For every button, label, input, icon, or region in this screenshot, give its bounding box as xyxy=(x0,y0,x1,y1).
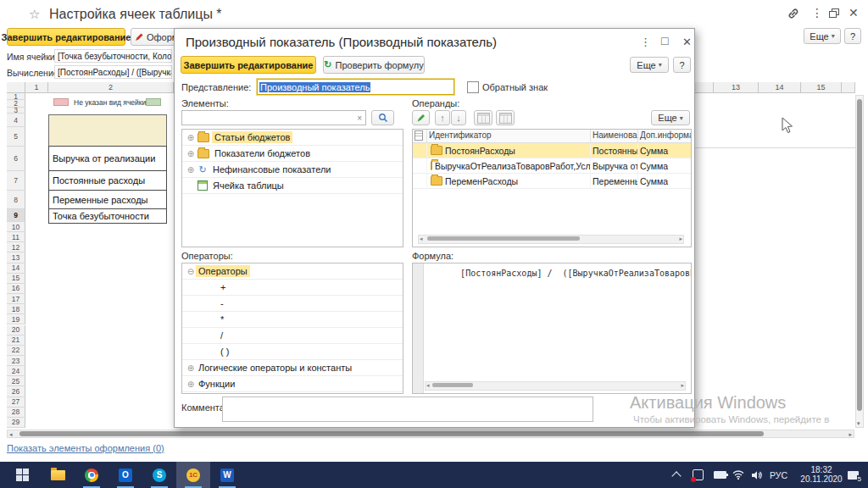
window-restore-icon[interactable] xyxy=(829,8,840,21)
vertical-scrollbar[interactable]: ▾ xyxy=(855,95,864,428)
row-header-5[interactable]: 5 xyxy=(7,127,25,147)
row-header-8[interactable]: 8 xyxy=(7,191,25,209)
inverse-sign-checkbox[interactable] xyxy=(467,81,479,93)
column-header-2[interactable]: 2 xyxy=(48,82,174,93)
tray-expand[interactable] xyxy=(673,462,680,488)
favorite-star-icon[interactable]: ☆ xyxy=(29,7,40,22)
horizontal-scrollbar[interactable]: ◂ ▸ xyxy=(7,430,854,438)
search-button[interactable] xyxy=(371,110,394,125)
grid-cell-row-8[interactable]: Переменные расходы xyxy=(48,190,167,209)
operator-item[interactable]: + xyxy=(182,280,403,296)
operator-item[interactable]: / xyxy=(182,328,403,344)
formula-panel[interactable]: [ПостоянРасходы] / ([ВыручкаОтРеализаТов… xyxy=(412,263,692,394)
operator-item[interactable]: * xyxy=(182,312,403,328)
row-header-26[interactable]: 26 xyxy=(7,386,25,396)
row-header-27[interactable]: 27 xyxy=(7,397,25,408)
vertical-scrollbar-thumb[interactable] xyxy=(857,99,862,411)
link-icon[interactable] xyxy=(787,7,800,23)
grid-cell-row-6[interactable]: Выручка от реализации xyxy=(48,146,167,171)
move-up-button[interactable]: ↑ xyxy=(435,110,450,125)
dialog-finish-editing-button[interactable]: Завершить редактирование xyxy=(181,56,316,74)
taskbar-start[interactable] xyxy=(5,462,39,488)
row-header-16[interactable]: 16 xyxy=(7,284,25,294)
presentation-input[interactable]: Производный показатель xyxy=(257,79,454,95)
operands-more-button[interactable]: Еще▾ xyxy=(651,110,690,125)
operands-h-scrollbar[interactable]: ◂ ▸ xyxy=(418,235,684,244)
taskbar-outlook[interactable]: O xyxy=(108,462,142,488)
operand-row[interactable]: ПеременРасходы Переменны... Сумма xyxy=(413,174,691,189)
elements-search-input[interactable]: × xyxy=(181,110,366,125)
language-indicator[interactable]: РУС xyxy=(770,462,787,488)
window-close-icon[interactable]: ✕ xyxy=(849,6,859,19)
column-header-partial[interactable] xyxy=(842,82,855,93)
calculation-field[interactable]: [ПостоянРасходы] / ([ВыручкаОтР xyxy=(54,65,172,79)
row-header-6[interactable]: 6 xyxy=(7,147,25,171)
speaker-icon[interactable] xyxy=(751,462,763,488)
column-header-1[interactable]: 1 xyxy=(25,82,48,93)
expand-icon[interactable]: ⊕ xyxy=(186,165,196,175)
dialog-maximize-icon[interactable]: □ xyxy=(661,34,668,47)
row-header-24[interactable]: 24 xyxy=(7,366,25,376)
move-down-button[interactable]: ↓ xyxy=(451,110,466,125)
show-formatting-elements-link[interactable]: Показать элементы оформления (0) xyxy=(7,443,164,453)
operator-item[interactable]: - xyxy=(182,296,403,312)
row-header-21[interactable]: 21 xyxy=(7,336,25,346)
dialog-more-button[interactable]: Еще▾ xyxy=(630,57,669,73)
taskbar-explorer[interactable] xyxy=(41,462,75,488)
comment-textarea[interactable] xyxy=(222,396,593,422)
formula-h-scrollbar[interactable]: ◂ ▸ xyxy=(425,381,686,391)
app-more-button[interactable]: Еще▾ xyxy=(804,28,841,44)
scroll-down-icon[interactable]: ▾ xyxy=(857,420,860,427)
battery-icon[interactable] xyxy=(714,462,726,488)
table-settings-button-2[interactable] xyxy=(496,110,515,125)
column-header-14[interactable]: 14 xyxy=(759,82,801,93)
row-header-25[interactable]: 25 xyxy=(7,376,25,386)
taskbar-skype[interactable]: S xyxy=(142,462,176,488)
table-settings-button-1[interactable] xyxy=(474,110,492,125)
scroll-right-icon[interactable]: ▸ xyxy=(849,431,852,438)
dialog-close-icon[interactable]: ✕ xyxy=(682,36,692,48)
row-header-14[interactable]: 14 xyxy=(7,263,25,274)
window-menu-icon[interactable]: ⋮ xyxy=(811,6,823,19)
element-item[interactable]: ⊕ Показатели бюджетов xyxy=(182,146,403,162)
element-item[interactable]: ⊕↻ Нефинансовые показатели xyxy=(182,162,403,178)
row-header-15[interactable]: 15 xyxy=(7,274,25,284)
operator-item[interactable]: ⊖ Операторы xyxy=(182,263,403,280)
check-formula-button[interactable]: ↻ Проверить формулу xyxy=(323,56,425,74)
row-header-7[interactable]: 7 xyxy=(7,171,25,191)
expand-icon[interactable]: ⊕ xyxy=(186,133,196,142)
row-header-22[interactable]: 22 xyxy=(7,346,25,356)
element-item[interactable]: Ячейка таблицы xyxy=(182,178,403,194)
row-header-11[interactable]: 11 xyxy=(7,232,25,242)
taskbar-1c[interactable]: 1С xyxy=(176,462,210,488)
row-header-23[interactable]: 23 xyxy=(7,356,25,366)
taskbar-word[interactable]: W xyxy=(210,462,244,488)
row-header-13[interactable]: 13 xyxy=(7,252,25,263)
expand-icon[interactable]: ⊕ xyxy=(186,380,196,389)
row-header-18[interactable]: 18 xyxy=(7,304,25,314)
column-header-15[interactable]: 15 xyxy=(801,82,842,93)
wifi-icon[interactable] xyxy=(732,462,744,488)
grid-cell-row-9[interactable]: Точка безубыточности xyxy=(48,208,167,224)
edit-operand-button[interactable] xyxy=(412,110,430,125)
action-center-icon[interactable] xyxy=(693,462,704,488)
element-item[interactable]: ⊕ Статьи бюджетов xyxy=(182,130,403,146)
taskbar-chrome[interactable] xyxy=(75,462,108,488)
row-header-9[interactable]: 9 xyxy=(7,209,25,222)
expand-icon[interactable]: ⊕ xyxy=(186,149,196,158)
operand-row[interactable]: ВыручкаОтРеализаТоваровРабот,Услуг Выруч… xyxy=(413,158,691,174)
clock[interactable]: 18:32 20.11.2020 xyxy=(798,462,845,488)
row-header-12[interactable]: 12 xyxy=(7,242,25,252)
dialog-help-button[interactable]: ? xyxy=(673,57,691,73)
operand-row[interactable]: ПостоянРасходы Постоянные... Сумма xyxy=(413,143,691,158)
dialog-menu-icon[interactable]: ⋮ xyxy=(640,36,651,48)
row-header-29[interactable]: 29 xyxy=(7,418,25,428)
operator-item[interactable]: ⊕ Логические операторы и константы xyxy=(182,360,403,376)
row-header-19[interactable]: 19 xyxy=(7,314,25,324)
row-header-3[interactable]: 3 xyxy=(7,108,25,114)
row-header-20[interactable]: 20 xyxy=(7,325,25,336)
finish-editing-button[interactable]: Завершить редактирование xyxy=(7,28,125,46)
column-header-13[interactable]: 13 xyxy=(714,82,759,93)
row-header-10[interactable]: 10 xyxy=(7,222,25,232)
row-header-28[interactable]: 28 xyxy=(7,408,25,418)
